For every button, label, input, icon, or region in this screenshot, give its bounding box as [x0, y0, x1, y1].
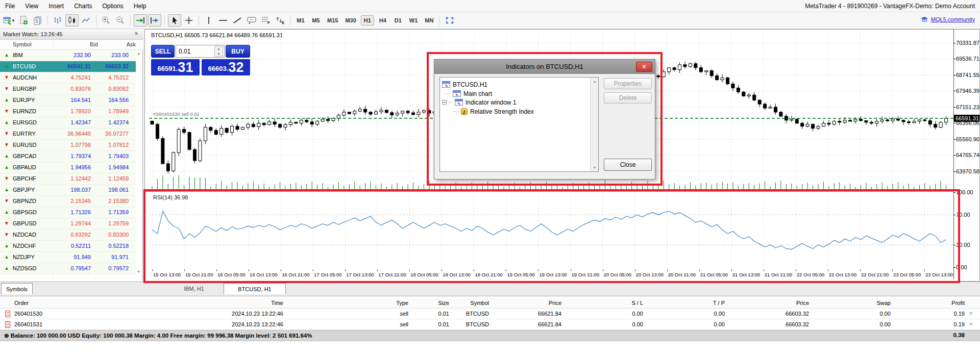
scroll-up-icon[interactable]: ▲	[591, 78, 599, 85]
menu-view[interactable]: View	[20, 1, 43, 12]
tree-item-main-chart[interactable]: Main chart	[445, 89, 492, 98]
down-arrow-icon: ▼	[4, 175, 9, 181]
terminal-column-header[interactable]: Time	[271, 300, 283, 306]
order-cell: 66621.84	[538, 311, 561, 317]
market-watch-row[interactable]: ▼AUDCNH4.752414.75312	[0, 72, 136, 84]
cursor-icon[interactable]	[168, 14, 181, 27]
terminal-column-header[interactable]: Size	[438, 300, 449, 306]
market-watch-row[interactable]: ▼GBPNZD2.153452.15380	[0, 196, 136, 207]
arrows-tool-icon[interactable]: E	[274, 14, 287, 27]
candlestick-chart-icon[interactable]	[65, 14, 79, 27]
scroll-down-icon[interactable]: ▼	[136, 269, 141, 274]
market-watch-row[interactable]: ▲NZDSGD0.795470.79572	[0, 263, 136, 274]
market-watch-row[interactable]: ▲EURSGD1.423471.42374	[0, 117, 136, 129]
buy-button[interactable]: BUY	[226, 45, 250, 58]
collapse-icon[interactable]	[442, 100, 447, 105]
buy-price-panel[interactable]: 66603.32	[202, 59, 250, 75]
zoom-out-icon[interactable]	[114, 14, 127, 27]
menu-charts[interactable]: Charts	[69, 1, 97, 12]
timeframe-h4[interactable]: H4	[376, 15, 389, 25]
close-button[interactable]: Close	[604, 159, 652, 171]
terminal-column-header[interactable]: S / L	[631, 300, 643, 306]
timeframe-m5[interactable]: M5	[309, 15, 323, 25]
tree-item-rsi[interactable]: ƒ Relative Strength Index	[453, 107, 534, 116]
timeframe-mn[interactable]: MN	[422, 15, 436, 25]
sell-button[interactable]: SELL	[151, 45, 175, 58]
market-watch-row[interactable]: ▲NZDCHF0.522110.52218	[0, 241, 136, 252]
market-watch-row[interactable]: ▼GBPUSD1.297441.29759	[0, 218, 136, 229]
menu-help[interactable]: Help	[129, 1, 152, 12]
terminal-column-header[interactable]: Swap	[876, 300, 891, 306]
scroll-up-icon[interactable]: ▲	[136, 50, 141, 56]
timeframe-m30[interactable]: M30	[342, 15, 358, 25]
fibonacci-icon[interactable]: F	[259, 14, 273, 27]
terminal-column-header[interactable]: Price	[796, 300, 809, 306]
terminal-column-header[interactable]: Price	[549, 300, 561, 306]
properties-button[interactable]: Properties	[604, 78, 652, 89]
text-label-icon[interactable]	[245, 14, 258, 27]
menu-insert[interactable]: Insert	[43, 1, 69, 12]
tree-item-chart[interactable]: BTCUSD,H1	[442, 80, 487, 89]
line-chart-icon[interactable]	[80, 14, 93, 27]
timeframe-w1[interactable]: W1	[407, 15, 421, 25]
order-row[interactable]: 2604015312024.10.23 13:22:46sell0.01BTCU…	[0, 319, 980, 330]
close-icon[interactable]: ×	[133, 31, 140, 38]
tree-scrollbar[interactable]: ▲ ▼	[590, 78, 598, 171]
market-watch-row[interactable]: ▼EURUSD1.077981.07812	[0, 140, 136, 151]
market-watch-row[interactable]: ▼EURTRY36.9644936.97277	[0, 129, 136, 140]
market-watch-row[interactable]: ▲EURJPY164.541164.556	[0, 95, 136, 106]
ask-value: 1.12459	[108, 175, 129, 182]
market-watch-row[interactable]: ▲IBM232.90233.00	[0, 50, 136, 61]
terminal-column-header[interactable]: T / P	[713, 300, 725, 306]
crosshair-icon[interactable]	[182, 14, 195, 27]
scroll-down-icon[interactable]: ▼	[591, 164, 599, 171]
market-watch-row[interactable]: ▲GBPCAD1.793741.79403	[0, 151, 136, 162]
toolbar-separator	[290, 15, 290, 25]
bottom-tab-strip: Symbols IBM, H1 BTCUSD, H1	[0, 282, 980, 295]
market-watch-row[interactable]: ▲GBPJPY198.037198.061	[0, 185, 136, 196]
timeframe-m1[interactable]: M1	[294, 15, 307, 25]
market-watch-row[interactable]: ▲GBPSGD1.713261.71359	[0, 207, 136, 218]
tree-item-indicator-window[interactable]: Indicator window 1	[442, 98, 516, 107]
timeframe-m15[interactable]: M15	[325, 15, 340, 25]
horizontal-line-icon[interactable]	[216, 14, 230, 27]
timeframe-h1[interactable]: H1	[361, 15, 374, 25]
menu-options[interactable]: Options	[97, 1, 129, 12]
close-order-icon[interactable]: ✕	[969, 321, 973, 327]
timeframe-d1[interactable]: D1	[391, 15, 405, 25]
terminal-column-header[interactable]: Type	[396, 300, 408, 306]
close-order-icon[interactable]: ✕	[969, 311, 973, 316]
terminal-column-header[interactable]: Symbol	[470, 300, 489, 306]
terminal-column-header[interactable]: Order	[14, 300, 29, 306]
chart-tab-btcusd[interactable]: BTCUSD, H1	[224, 283, 286, 294]
chart-tab-ibm[interactable]: IBM, H1	[174, 283, 214, 294]
terminal-column-header[interactable]: Profit	[951, 300, 965, 306]
new-chart-icon[interactable]: ▼	[3, 14, 16, 27]
sell-price-big: 31	[178, 61, 193, 74]
bar-chart-icon[interactable]	[51, 14, 64, 27]
mql5-community-link[interactable]: MQL5.community	[931, 16, 975, 22]
sell-price-panel[interactable]: 66591.31	[151, 59, 200, 75]
trendline-icon[interactable]	[231, 14, 244, 27]
chart-shift-icon[interactable]	[148, 14, 161, 27]
zoom-in-icon[interactable]	[100, 14, 113, 27]
lot-stepper[interactable]: ▲▼	[214, 46, 223, 57]
market-watch-row[interactable]: ▼GBPCHF1.124421.12459	[0, 173, 136, 185]
market-watch-row[interactable]: ▲NZDJPY91.94991.971	[0, 252, 136, 263]
dialog-title[interactable]: Indicators on BTCUSD,H1	[434, 60, 655, 74]
vertical-line-icon[interactable]	[202, 14, 215, 27]
fullscreen-icon[interactable]	[443, 14, 456, 27]
menu-file[interactable]: File	[0, 1, 20, 12]
delete-button[interactable]: Delete	[604, 92, 652, 104]
market-watch-row[interactable]: ▼NZDCAD0.832920.83300	[0, 229, 136, 241]
order-row[interactable]: 2604015302024.10.23 13:22:46sell0.01BTCU…	[0, 309, 980, 319]
close-icon[interactable]: ✕	[636, 62, 652, 72]
new-order-icon[interactable]	[17, 14, 30, 27]
auto-scroll-icon[interactable]	[134, 14, 147, 27]
market-watch-row[interactable]: ▲GBPAUD1.949561.94984	[0, 162, 136, 173]
mql5-market-icon[interactable]: $	[31, 14, 44, 27]
market-watch-row[interactable]: ▼EURNZD1.789201.78949	[0, 106, 136, 117]
market-watch-row[interactable]: ▼EURGBP0.830760.83092	[0, 84, 136, 95]
market-watch-row[interactable]: ▲BTCUSD66591.3166603.32	[0, 61, 136, 72]
symbols-tab[interactable]: Symbols	[1, 283, 33, 294]
